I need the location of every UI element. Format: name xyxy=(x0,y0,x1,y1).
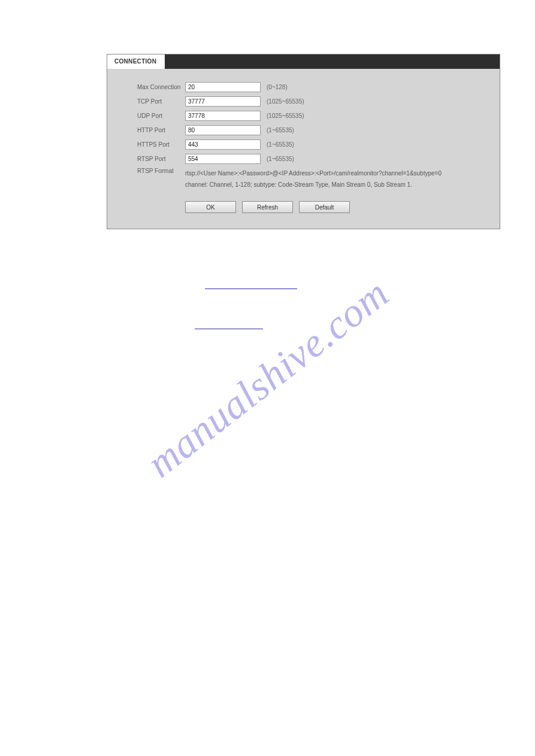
row-https-port: HTTPS Port (1~65535) xyxy=(137,137,489,151)
hint-rtsp-port: (1~65535) xyxy=(267,156,294,162)
input-http-port[interactable] xyxy=(185,125,261,135)
input-rtsp-port[interactable] xyxy=(185,154,261,164)
label-tcp-port: TCP Port xyxy=(137,98,185,105)
hint-https-port: (1~65535) xyxy=(267,141,294,148)
default-button[interactable]: Default xyxy=(299,201,350,213)
hint-udp-port: (1025~65535) xyxy=(267,113,304,119)
input-https-port[interactable] xyxy=(185,139,261,150)
hint-http-port: (1~65535) xyxy=(267,127,294,133)
input-max-connection[interactable] xyxy=(185,82,261,92)
row-rtsp-port: RTSP Port (1~65535) xyxy=(137,151,489,166)
hint-tcp-port: (1025~65535) xyxy=(267,98,304,105)
label-udp-port: UDP Port xyxy=(137,113,185,119)
refresh-button[interactable]: Refresh xyxy=(242,201,293,213)
row-rtsp-format: RTSP Format rtsp://<User Name>:<Password… xyxy=(137,166,489,190)
watermark: manualshive.com xyxy=(138,269,398,487)
row-udp-port: UDP Port (1025~65535) xyxy=(137,108,489,123)
underline-2 xyxy=(195,329,263,329)
tab-connection[interactable]: CONNECTION xyxy=(107,54,165,69)
text-rtsp-format: rtsp://<User Name>:<Password>@<IP Addres… xyxy=(185,168,489,190)
connection-form: Max Connection (0~128) TCP Port (1025~65… xyxy=(107,69,500,213)
label-rtsp-format: RTSP Format xyxy=(137,168,185,174)
label-https-port: HTTPS Port xyxy=(137,141,185,148)
row-max-connection: Max Connection (0~128) xyxy=(137,80,489,94)
input-udp-port[interactable] xyxy=(185,111,261,121)
underline-1 xyxy=(205,289,297,289)
tab-bar: CONNECTION xyxy=(107,54,500,69)
label-rtsp-port: RTSP Port xyxy=(137,156,185,162)
rtsp-format-line2: channel: Channel, 1-128; subtype: Code-S… xyxy=(185,179,489,190)
input-tcp-port[interactable] xyxy=(185,96,261,107)
label-max-connection: Max Connection xyxy=(137,84,185,90)
rtsp-format-line1: rtsp://<User Name>:<Password>@<IP Addres… xyxy=(185,168,489,179)
label-http-port: HTTP Port xyxy=(137,127,185,133)
row-http-port: HTTP Port (1~65535) xyxy=(137,123,489,137)
ok-button[interactable]: OK xyxy=(185,201,236,213)
button-row: OK Refresh Default xyxy=(185,201,489,213)
connection-panel: CONNECTION Max Connection (0~128) TCP Po… xyxy=(107,54,500,229)
hint-max-connection: (0~128) xyxy=(267,84,288,90)
row-tcp-port: TCP Port (1025~65535) xyxy=(137,94,489,108)
